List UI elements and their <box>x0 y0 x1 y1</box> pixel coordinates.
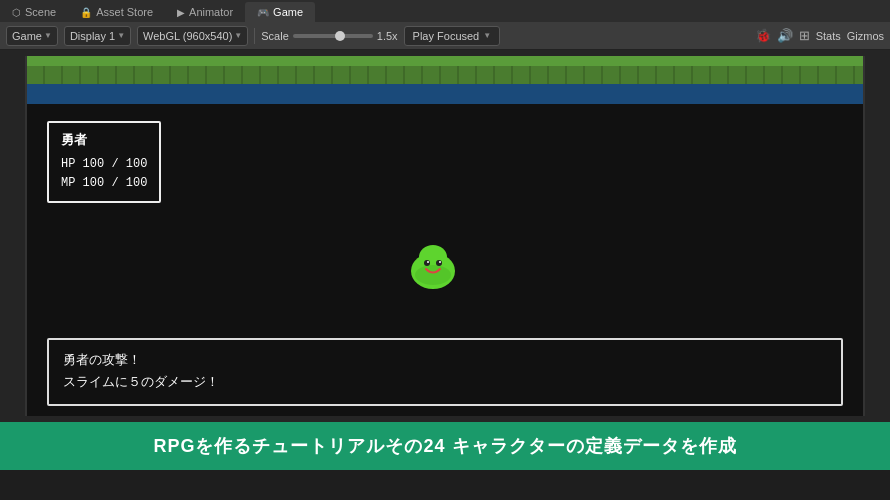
grass-top <box>27 56 863 84</box>
webgl-chevron: ▼ <box>234 31 242 40</box>
toolbar: Game ▼ Display 1 ▼ WebGL (960x540) ▼ Sca… <box>0 22 890 50</box>
scale-container: Scale 1.5x <box>261 30 397 42</box>
game-icon: 🎮 <box>257 7 269 18</box>
viewport-wrapper: 勇者 HP 100 / 100 MP 100 / 100 <box>0 50 890 422</box>
svg-point-2 <box>415 265 451 285</box>
message-line-2: スライムに５のダメージ！ <box>63 372 827 394</box>
display-dropdown[interactable]: Display 1 ▼ <box>64 26 131 46</box>
stats-label[interactable]: Stats <box>816 30 841 42</box>
game-dropdown-label: Game <box>12 30 42 42</box>
display-label: Display 1 <box>70 30 115 42</box>
bug-icon[interactable]: 🐞 <box>755 28 771 43</box>
gizmos-label[interactable]: Gizmos <box>847 30 884 42</box>
svg-point-6 <box>439 261 441 263</box>
tab-game-label: Game <box>273 6 303 18</box>
message-box: 勇者の攻撃！ スライムに５のダメージ！ <box>47 338 843 406</box>
svg-point-4 <box>436 260 442 266</box>
banner-text: RPGを作るチュートリアルその24 キャラクターの定義データを作成 <box>153 434 736 458</box>
status-box: 勇者 HP 100 / 100 MP 100 / 100 <box>47 121 161 203</box>
tab-scene-label: Scene <box>25 6 56 18</box>
webgl-dropdown[interactable]: WebGL (960x540) ▼ <box>137 26 248 46</box>
tab-scene[interactable]: ⬡ Scene <box>0 2 68 22</box>
grid-icon[interactable]: ⊞ <box>799 28 810 43</box>
slime-character <box>407 241 459 293</box>
tab-game[interactable]: 🎮 Game <box>245 2 315 22</box>
hp-value: 100 / 100 <box>83 157 148 171</box>
play-focused-label: Play Focused <box>413 30 480 42</box>
scale-slider[interactable] <box>293 34 373 38</box>
mp-value: 100 / 100 <box>83 176 148 190</box>
scale-label: Scale <box>261 30 289 42</box>
animator-icon: ▶ <box>177 7 185 18</box>
message-line-1: 勇者の攻撃！ <box>63 350 827 372</box>
scale-thumb <box>335 31 345 41</box>
toolbar-right: 🐞 🔊 ⊞ Stats Gizmos <box>755 28 884 43</box>
bottom-banner: RPGを作るチュートリアルその24 キャラクターの定義データを作成 <box>0 422 890 470</box>
svg-point-3 <box>424 260 430 266</box>
asset-store-icon: 🔒 <box>80 7 92 18</box>
grass-pattern <box>27 56 863 84</box>
webgl-label: WebGL (960x540) <box>143 30 232 42</box>
mp-line: MP 100 / 100 <box>61 174 147 193</box>
mp-label: MP <box>61 176 75 190</box>
tab-asset-store[interactable]: 🔒 Asset Store <box>68 2 165 22</box>
sky-strip <box>27 84 863 104</box>
slime-svg <box>407 241 459 293</box>
tab-animator-label: Animator <box>189 6 233 18</box>
game-dropdown-chevron: ▼ <box>44 31 52 40</box>
play-focused-button[interactable]: Play Focused ▼ <box>404 26 501 46</box>
hero-name: 勇者 <box>61 131 147 149</box>
game-dropdown[interactable]: Game ▼ <box>6 26 58 46</box>
svg-point-5 <box>427 261 429 263</box>
divider-1 <box>254 28 255 44</box>
scale-value: 1.5x <box>377 30 398 42</box>
audio-icon[interactable]: 🔊 <box>777 28 793 43</box>
hp-line: HP 100 / 100 <box>61 155 147 174</box>
tab-animator[interactable]: ▶ Animator <box>165 2 245 22</box>
tab-asset-store-label: Asset Store <box>96 6 153 18</box>
tab-bar: ⬡ Scene 🔒 Asset Store ▶ Animator 🎮 Game <box>0 0 890 22</box>
scene-icon: ⬡ <box>12 7 21 18</box>
play-focused-chevron: ▼ <box>483 31 491 40</box>
display-chevron: ▼ <box>117 31 125 40</box>
game-canvas[interactable]: 勇者 HP 100 / 100 MP 100 / 100 <box>25 56 865 416</box>
hp-label: HP <box>61 157 75 171</box>
